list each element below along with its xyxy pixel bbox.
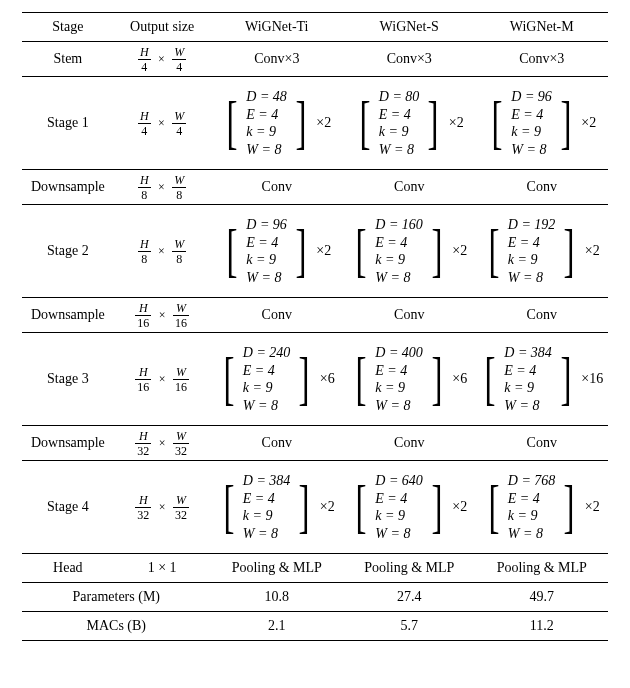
times-icon: ×: [154, 244, 169, 259]
output-size: H16 × W16: [114, 333, 211, 426]
frac-num: W: [174, 45, 184, 59]
param-label: Parameters (M): [22, 583, 211, 612]
stage-label: Stem: [22, 42, 114, 77]
frac-den: 8: [172, 252, 186, 265]
frac-den: 32: [135, 508, 151, 521]
cell-s: Pooling & MLP: [343, 554, 475, 583]
frac-den: 16: [173, 380, 189, 393]
table-header: Stage Output size WiGNet-Ti WiGNet-S WiG…: [22, 13, 608, 42]
bracket-right-icon: ]: [299, 344, 310, 414]
spec-line: E = 4: [379, 106, 420, 124]
row-downsample-3: Downsample H32 × W32 Conv Conv Conv: [22, 426, 608, 461]
spec-line: D = 192: [508, 216, 556, 234]
frac-den: 8: [138, 188, 151, 201]
bracket-left-icon: [: [492, 88, 503, 158]
repeat-mult: ×6: [318, 371, 335, 387]
cell-m: Conv: [476, 298, 609, 333]
frac-num: H: [139, 493, 148, 507]
bracket-right-icon: ]: [560, 88, 571, 158]
stage-label: Stage 4: [22, 461, 114, 554]
spec-line: k = 9: [243, 507, 291, 525]
row-downsample-2: Downsample H16 × W16 Conv Conv Conv: [22, 298, 608, 333]
cell-s: [ D = 160E = 4k = 9W = 8 ] ×2: [343, 205, 475, 298]
times-icon: ×: [155, 372, 170, 387]
spec-line: W = 8: [375, 269, 423, 287]
spec-line: E = 4: [511, 106, 552, 124]
bracket-left-icon: [: [356, 216, 367, 286]
output-size: H8 × W8: [114, 170, 211, 205]
spec-line: E = 4: [375, 362, 423, 380]
cell-m: Pooling & MLP: [476, 554, 609, 583]
frac-num: H: [140, 109, 149, 123]
repeat-mult: ×2: [579, 115, 596, 131]
spec-line: W = 8: [246, 269, 287, 287]
bracket-left-icon: [: [488, 472, 499, 542]
frac-num: W: [174, 237, 184, 251]
cell-ti: 10.8: [211, 583, 343, 612]
col-stage: Stage: [22, 13, 114, 42]
times-icon: ×: [154, 52, 169, 67]
stage-label: Stage 1: [22, 77, 114, 170]
spec-line: k = 9: [504, 379, 552, 397]
cell-m: [ D = 768E = 4k = 9W = 8 ] ×2: [476, 461, 609, 554]
col-output: Output size: [114, 13, 211, 42]
repeat-mult: ×16: [579, 371, 603, 387]
spec-line: W = 8: [243, 525, 291, 543]
repeat-mult: ×6: [450, 371, 467, 387]
frac-den: 4: [172, 60, 186, 73]
spec-line: E = 4: [243, 490, 291, 508]
row-stage-4: Stage 4 H32 × W32 [ D = 384E = 4k = 9W =…: [22, 461, 608, 554]
spec-line: E = 4: [375, 490, 423, 508]
spec-line: D = 80: [379, 88, 420, 106]
spec-line: E = 4: [508, 234, 556, 252]
repeat-mult: ×2: [583, 499, 600, 515]
frac-num: H: [140, 45, 149, 59]
cell-s: 27.4: [343, 583, 475, 612]
stage-label: Stage 2: [22, 205, 114, 298]
row-macs: MACs (B) 2.1 5.7 11.2: [22, 612, 608, 641]
repeat-mult: ×2: [314, 243, 331, 259]
table: Stage Output size WiGNet-Ti WiGNet-S WiG…: [22, 12, 608, 641]
spec-line: k = 9: [375, 379, 423, 397]
spec-line: k = 9: [375, 507, 423, 525]
cell-s: [ D = 400E = 4k = 9W = 8 ] ×6: [343, 333, 475, 426]
col-wignet-ti: WiGNet-Ti: [211, 13, 343, 42]
output-size: H4 × W4: [114, 42, 211, 77]
col-wignet-m: WiGNet-M: [476, 13, 609, 42]
frac-num: W: [176, 493, 186, 507]
frac-num: W: [176, 301, 186, 315]
row-stage-3: Stage 3 H16 × W16 [ D = 240E = 4k = 9W =…: [22, 333, 608, 426]
row-stage-1: Stage 1 H4 × W4 [ D = 48E = 4k = 9W = 8 …: [22, 77, 608, 170]
repeat-mult: ×2: [450, 243, 467, 259]
repeat-mult: ×2: [318, 499, 335, 515]
frac-den: 8: [138, 252, 151, 265]
spec-line: W = 8: [504, 397, 552, 415]
frac-den: 32: [135, 444, 151, 457]
macs-label: MACs (B): [22, 612, 211, 641]
bracket-left-icon: [: [223, 472, 234, 542]
cell-s: Conv×3: [343, 42, 475, 77]
spec-line: k = 9: [379, 123, 420, 141]
cell-ti: Conv: [211, 298, 343, 333]
spec-line: D = 96: [511, 88, 552, 106]
bracket-right-icon: ]: [431, 344, 442, 414]
bracket-right-icon: ]: [295, 88, 306, 158]
output-size: H32 × W32: [114, 461, 211, 554]
cell-m: 49.7: [476, 583, 609, 612]
spec-line: k = 9: [508, 507, 556, 525]
spec-line: W = 8: [246, 141, 287, 159]
architecture-table: Stage Output size WiGNet-Ti WiGNet-S WiG…: [0, 0, 630, 688]
bracket-left-icon: [: [227, 88, 238, 158]
cell-ti: Conv×3: [211, 42, 343, 77]
cell-ti: Pooling & MLP: [211, 554, 343, 583]
frac-den: 16: [173, 316, 189, 329]
row-parameters: Parameters (M) 10.8 27.4 49.7: [22, 583, 608, 612]
cell-m: [ D = 192E = 4k = 9W = 8 ] ×2: [476, 205, 609, 298]
output-size: H32 × W32: [114, 426, 211, 461]
repeat-mult: ×2: [447, 115, 464, 131]
times-icon: ×: [155, 436, 170, 451]
bracket-right-icon: ]: [431, 216, 442, 286]
spec-line: D = 96: [246, 216, 287, 234]
spec-line: D = 240: [243, 344, 291, 362]
spec-line: W = 8: [511, 141, 552, 159]
